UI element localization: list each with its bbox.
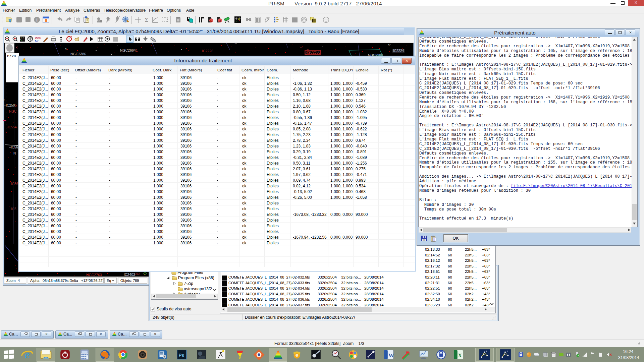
svg-text:D: D [210, 19, 213, 22]
svg-text:!: ! [68, 37, 70, 41]
svg-text:3: 3 [219, 19, 221, 22]
svg-text:Σ: Σ [145, 17, 148, 23]
svg-text:Ps: Ps [178, 353, 184, 358]
svg-text:W: W [388, 352, 394, 359]
svg-text:X: X [458, 352, 462, 359]
svg-text:K?: K? [35, 39, 39, 42]
svg-text:UGC: UGC [35, 36, 41, 39]
svg-text:i: i [36, 17, 38, 22]
svg-text:e: e [25, 349, 30, 361]
